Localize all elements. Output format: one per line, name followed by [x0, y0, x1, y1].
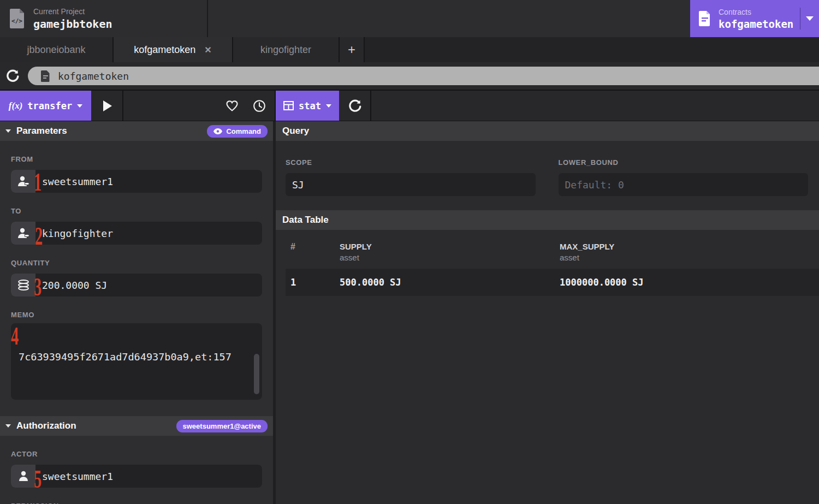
column-supply-header: SUPPLY [340, 242, 560, 251]
main-area: Parameters Command FROM [0, 121, 819, 504]
top-bar: </> Current Project gamejbbtoken Contrac… [0, 0, 819, 37]
collapse-chevron-icon[interactable] [5, 424, 11, 428]
memo-text: 7c63939495f2671ad7d64937b0a9,et:157 9072… [19, 323, 254, 400]
memo-line: 7c63939495f2671ad7d64937b0a9,et:157 [19, 349, 254, 365]
coins-icon [17, 280, 30, 290]
quantity-input-box [11, 274, 262, 297]
lower-bound-input-box [559, 173, 809, 196]
tab-kofgametoken[interactable]: kofgametoken ✕ [114, 37, 233, 62]
table-name: stat [299, 100, 321, 111]
tab-label: kingofighter [260, 44, 311, 56]
reload-icon[interactable] [6, 69, 19, 82]
column-index-header: # [290, 242, 340, 252]
query-header: Query [276, 121, 819, 141]
parameters-title: Parameters [16, 126, 67, 137]
table-row[interactable]: 1 500.0000 SJ 1000000.0000 SJ [286, 269, 819, 296]
tab-kingofighter[interactable]: kingofighter [233, 37, 340, 62]
data-table-header: Data Table [276, 210, 819, 230]
from-input-box [11, 170, 262, 193]
max-supply-cell: 1000000.0000 SJ [560, 277, 819, 288]
chevron-down-icon[interactable] [806, 16, 814, 21]
scope-input-box [286, 173, 536, 196]
command-badge[interactable]: Command [207, 125, 268, 138]
app-window: </> Current Project gamejbbtoken Contrac… [0, 0, 819, 504]
svg-text:</>: </> [11, 17, 22, 25]
permission-label: PERMISSION [11, 502, 262, 504]
document-icon [41, 70, 50, 82]
topbar-spacer [208, 0, 690, 37]
address-text: kofgametoken [58, 70, 129, 82]
current-project-box[interactable]: </> Current Project gamejbbtoken [0, 0, 208, 37]
to-input-box [11, 222, 262, 245]
address-input[interactable]: kofgametoken [28, 67, 819, 85]
refresh-table-button[interactable] [339, 91, 371, 121]
memo-label: MEMO [11, 311, 262, 319]
quantity-field-block: QUANTITY 3 [11, 259, 262, 297]
quantity-addon [11, 274, 35, 297]
command-badge-label: Command [226, 127, 261, 135]
chevron-down-icon [77, 104, 82, 108]
new-tab-button[interactable]: + [340, 37, 365, 62]
actor-input[interactable] [35, 465, 262, 488]
contracts-selector[interactable]: Contracts kofgametoken [690, 0, 819, 37]
tab-jbboneiobank[interactable]: jbboneiobank [0, 37, 114, 62]
action-selector-button[interactable]: f(x) transfer [0, 91, 91, 121]
actor-addon [11, 465, 35, 488]
user-icon [17, 471, 30, 482]
to-input[interactable] [35, 222, 262, 245]
supply-cell: 500.0000 SJ [340, 277, 560, 288]
parameters-header[interactable]: Parameters Command [0, 121, 273, 141]
to-addon [11, 222, 35, 245]
code-file-icon: </> [10, 9, 24, 28]
to-field-block: TO 2 [11, 207, 262, 245]
refresh-icon [348, 99, 361, 112]
chevron-down-icon [326, 104, 331, 108]
quantity-input[interactable] [35, 274, 262, 297]
current-project-label: Current Project [33, 7, 112, 16]
authorization-header[interactable]: Authorization sweetsummer1@active [0, 416, 273, 436]
memo-scrollbar-thumb[interactable] [254, 354, 259, 394]
current-project-name: gamejbbtoken [33, 17, 112, 31]
row-index-cell: 1 [290, 277, 340, 288]
query-panel: Query SCOPE LOWER_BOUND Data Table [276, 121, 819, 504]
user-tag-icon [17, 228, 30, 239]
table-selector-button[interactable]: stat [276, 91, 339, 121]
table-column-headers: # SUPPLY asset MAX_SUPPLY asset [276, 230, 819, 262]
action-toolbar: f(x) transfer [0, 91, 819, 121]
scope-field-block: SCOPE [286, 158, 536, 196]
play-icon [100, 99, 114, 112]
actor-input-box [11, 465, 262, 488]
function-icon: f(x) [9, 100, 22, 111]
user-tag-icon [17, 176, 30, 187]
from-input[interactable] [35, 170, 262, 193]
address-bar: kofgametoken [0, 62, 819, 91]
column-max-supply-header: MAX_SUPPLY [560, 242, 819, 251]
history-clock-icon[interactable] [253, 99, 266, 112]
memo-field-block: MEMO 7c63939495f2671ad7d64937b0a9,et:157… [11, 311, 262, 400]
from-label: FROM [11, 155, 262, 163]
data-table-title: Data Table [282, 215, 329, 226]
divider [800, 8, 800, 29]
run-action-button[interactable] [91, 91, 123, 121]
tab-strip: jbboneiobank kofgametoken ✕ kingofighter… [0, 37, 819, 62]
scope-input[interactable] [286, 173, 536, 196]
tab-label: kofgametoken [134, 44, 195, 56]
action-name: transfer [27, 100, 72, 111]
query-title: Query [282, 126, 309, 137]
contract-file-icon [699, 11, 711, 26]
quantity-label: QUANTITY [11, 259, 262, 267]
toolbar-empty [371, 91, 819, 121]
toolbar-left: f(x) transfer [0, 91, 276, 121]
collapse-chevron-icon[interactable] [5, 129, 11, 133]
favorite-heart-icon[interactable] [225, 99, 239, 112]
parameters-panel: Parameters Command FROM [0, 121, 276, 504]
tab-label: jbboneiobank [27, 44, 85, 56]
memo-textarea[interactable]: 7c63939495f2671ad7d64937b0a9,et:157 9072… [11, 323, 262, 400]
column-supply-type: asset [340, 253, 560, 262]
toolbar-spacer [123, 91, 275, 121]
contracts-label: Contracts [719, 8, 793, 16]
query-fields: SCOPE LOWER_BOUND [276, 141, 819, 196]
lower-bound-input[interactable] [559, 173, 809, 196]
close-tab-icon[interactable]: ✕ [204, 45, 211, 55]
column-max-supply-type: asset [560, 253, 819, 262]
